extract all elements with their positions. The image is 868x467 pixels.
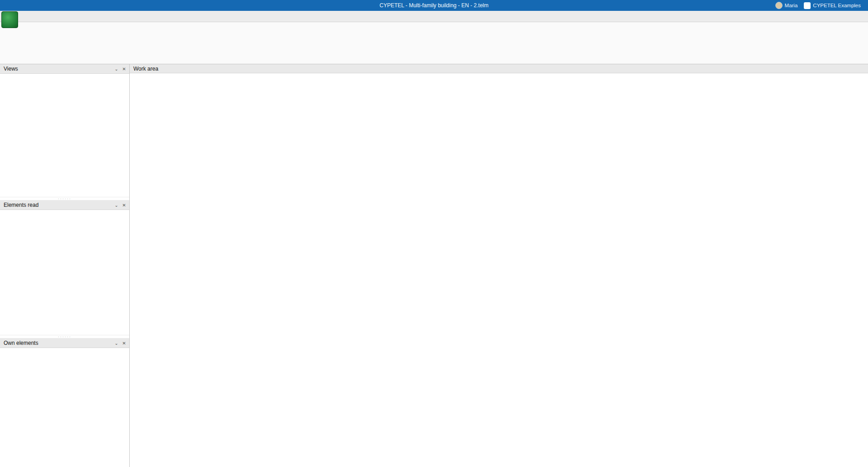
close-panel-icon[interactable]: ✕ — [120, 339, 128, 347]
elements-read-panel: Elements read ⌄ ✕ — [0, 200, 129, 335]
user-avatar — [775, 2, 783, 9]
collapse-panel-icon[interactable]: ⌄ — [113, 339, 120, 347]
window-title: CYPETEL - Multi-family building - EN - 2… — [0, 2, 868, 9]
views-panel-title: Views — [4, 66, 18, 72]
viewport-3d[interactable] — [130, 73, 868, 467]
user-menu[interactable]: Maria — [775, 2, 798, 9]
bimserver-logo-icon — [804, 2, 811, 9]
elements-tree — [0, 221, 129, 335]
workarea: Work area — [130, 64, 868, 467]
sync-tools — [865, 11, 868, 22]
close-panel-icon[interactable]: ✕ — [120, 201, 128, 209]
user-name: Maria — [785, 3, 798, 8]
own-tree — [0, 348, 129, 467]
workarea-header: Work area — [130, 64, 868, 73]
collapse-panel-icon[interactable]: ⌄ — [113, 201, 120, 209]
scene-svg[interactable] — [130, 73, 868, 467]
account-name: CYPETEL Examples — [813, 3, 861, 8]
elements-panel-title: Elements read — [4, 202, 38, 208]
panel-splitter[interactable] — [0, 197, 129, 200]
workarea-title: Work area — [133, 66, 158, 72]
ribbon — [0, 22, 868, 64]
bimserver-account[interactable]: CYPETEL Examples — [804, 2, 861, 9]
close-panel-icon[interactable]: ✕ — [120, 65, 128, 73]
menu-tabbar — [0, 11, 868, 22]
cype-logo-icon[interactable] — [1, 11, 18, 28]
views-tree — [0, 85, 129, 197]
main-layout: Views ⌄ ✕ Elements read ⌄ ✕ Own elements — [0, 64, 868, 467]
views-panel: Views ⌄ ✕ — [0, 64, 129, 197]
views-panel-header: Views ⌄ ✕ — [0, 64, 129, 74]
own-panel-header: Own elements ⌄ ✕ — [0, 338, 129, 348]
collapse-panel-icon[interactable]: ⌄ — [113, 65, 120, 73]
titlebar: CYPETEL - Multi-family building - EN - 2… — [0, 0, 868, 11]
views-toolbar — [0, 74, 129, 85]
own-panel-title: Own elements — [4, 340, 38, 346]
own-elements-panel: Own elements ⌄ ✕ — [0, 338, 129, 467]
panel-splitter[interactable] — [0, 335, 129, 338]
titlebar-right: Maria CYPETEL Examples — [775, 2, 868, 9]
sidebar: Views ⌄ ✕ Elements read ⌄ ✕ Own elements — [0, 64, 130, 467]
elements-panel-header: Elements read ⌄ ✕ — [0, 200, 129, 210]
elements-toolbar — [0, 210, 129, 221]
